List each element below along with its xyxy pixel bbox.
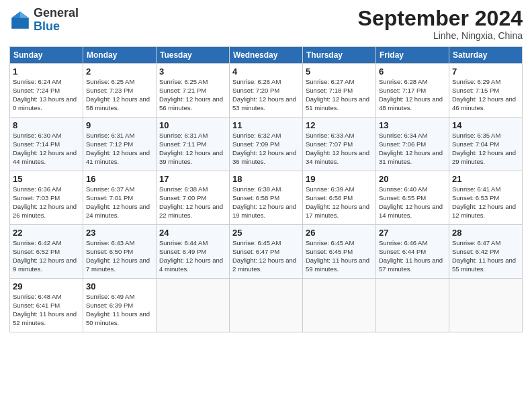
col-saturday: Saturday — [449, 47, 523, 64]
table-row: 17Sunrise: 6:38 AM Sunset: 7:00 PM Dayli… — [157, 171, 230, 225]
table-row: 11Sunrise: 6:32 AM Sunset: 7:09 PM Dayli… — [230, 118, 303, 171]
table-row: 4Sunrise: 6:26 AM Sunset: 7:20 PM Daylig… — [230, 64, 303, 118]
table-row: 20Sunrise: 6:40 AM Sunset: 6:55 PM Dayli… — [376, 171, 449, 225]
table-row: 12Sunrise: 6:33 AM Sunset: 7:07 PM Dayli… — [303, 118, 376, 171]
header: General Blue September 2024 Linhe, Ningx… — [9, 7, 523, 41]
table-row — [230, 279, 303, 332]
table-row: 13Sunrise: 6:34 AM Sunset: 7:06 PM Dayli… — [376, 118, 449, 171]
table-row: 29Sunrise: 6:48 AM Sunset: 6:41 PM Dayli… — [10, 279, 83, 332]
col-monday: Monday — [83, 47, 157, 64]
table-row: 2Sunrise: 6:25 AM Sunset: 7:23 PM Daylig… — [83, 64, 157, 118]
table-row: 3Sunrise: 6:25 AM Sunset: 7:21 PM Daylig… — [157, 64, 230, 118]
title-block: September 2024 Linhe, Ningxia, China — [358, 7, 523, 41]
month-title: September 2024 — [358, 7, 523, 30]
logo-general: General — [34, 6, 79, 19]
calendar-header-row: Sunday Monday Tuesday Wednesday Thursday… — [10, 47, 523, 64]
table-row: 9Sunrise: 6:31 AM Sunset: 7:12 PM Daylig… — [83, 118, 157, 171]
calendar-week-5: 29Sunrise: 6:48 AM Sunset: 6:41 PM Dayli… — [10, 279, 523, 332]
table-row: 8Sunrise: 6:30 AM Sunset: 7:14 PM Daylig… — [10, 118, 83, 171]
table-row: 15Sunrise: 6:36 AM Sunset: 7:03 PM Dayli… — [10, 171, 83, 225]
table-row — [449, 279, 523, 332]
calendar-week-2: 8Sunrise: 6:30 AM Sunset: 7:14 PM Daylig… — [10, 118, 523, 171]
calendar-week-4: 22Sunrise: 6:42 AM Sunset: 6:52 PM Dayli… — [10, 225, 523, 279]
table-row: 5Sunrise: 6:27 AM Sunset: 7:18 PM Daylig… — [303, 64, 376, 118]
table-row — [303, 279, 376, 332]
table-row: 1Sunrise: 6:24 AM Sunset: 7:24 PM Daylig… — [10, 64, 83, 118]
col-wednesday: Wednesday — [230, 47, 303, 64]
table-row: 18Sunrise: 6:38 AM Sunset: 6:58 PM Dayli… — [230, 171, 303, 225]
table-row: 28Sunrise: 6:47 AM Sunset: 6:42 PM Dayli… — [449, 225, 523, 279]
col-sunday: Sunday — [10, 47, 83, 64]
table-row: 24Sunrise: 6:44 AM Sunset: 6:49 PM Dayli… — [157, 225, 230, 279]
table-row: 19Sunrise: 6:39 AM Sunset: 6:56 PM Dayli… — [303, 171, 376, 225]
table-row: 22Sunrise: 6:42 AM Sunset: 6:52 PM Dayli… — [10, 225, 83, 279]
col-friday: Friday — [376, 47, 449, 64]
table-row: 30Sunrise: 6:49 AM Sunset: 6:39 PM Dayli… — [83, 279, 157, 332]
logo-text: General Blue — [34, 7, 79, 34]
table-row: 16Sunrise: 6:37 AM Sunset: 7:01 PM Dayli… — [83, 171, 157, 225]
table-row: 7Sunrise: 6:29 AM Sunset: 7:15 PM Daylig… — [449, 64, 523, 118]
table-row — [157, 279, 230, 332]
calendar-week-1: 1Sunrise: 6:24 AM Sunset: 7:24 PM Daylig… — [10, 64, 523, 118]
col-tuesday: Tuesday — [157, 47, 230, 64]
svg-marker-2 — [11, 11, 20, 18]
table-row: 26Sunrise: 6:45 AM Sunset: 6:45 PM Dayli… — [303, 225, 376, 279]
table-row: 25Sunrise: 6:45 AM Sunset: 6:47 PM Dayli… — [230, 225, 303, 279]
location: Linhe, Ningxia, China — [358, 30, 523, 41]
table-row: 21Sunrise: 6:41 AM Sunset: 6:53 PM Dayli… — [449, 171, 523, 225]
table-row: 27Sunrise: 6:46 AM Sunset: 6:44 PM Dayli… — [376, 225, 449, 279]
calendar-week-3: 15Sunrise: 6:36 AM Sunset: 7:03 PM Dayli… — [10, 171, 523, 225]
svg-marker-1 — [20, 11, 29, 18]
logo-icon — [9, 9, 31, 31]
table-row: 6Sunrise: 6:28 AM Sunset: 7:17 PM Daylig… — [376, 64, 449, 118]
table-row: 10Sunrise: 6:31 AM Sunset: 7:11 PM Dayli… — [157, 118, 230, 171]
page-container: General Blue September 2024 Linhe, Ningx… — [0, 0, 532, 339]
table-row: 23Sunrise: 6:43 AM Sunset: 6:50 PM Dayli… — [83, 225, 157, 279]
logo-blue: Blue — [34, 19, 60, 33]
calendar-table: Sunday Monday Tuesday Wednesday Thursday… — [9, 46, 523, 332]
col-thursday: Thursday — [303, 47, 376, 64]
table-row: 14Sunrise: 6:35 AM Sunset: 7:04 PM Dayli… — [449, 118, 523, 171]
table-row — [376, 279, 449, 332]
logo: General Blue — [9, 7, 79, 34]
